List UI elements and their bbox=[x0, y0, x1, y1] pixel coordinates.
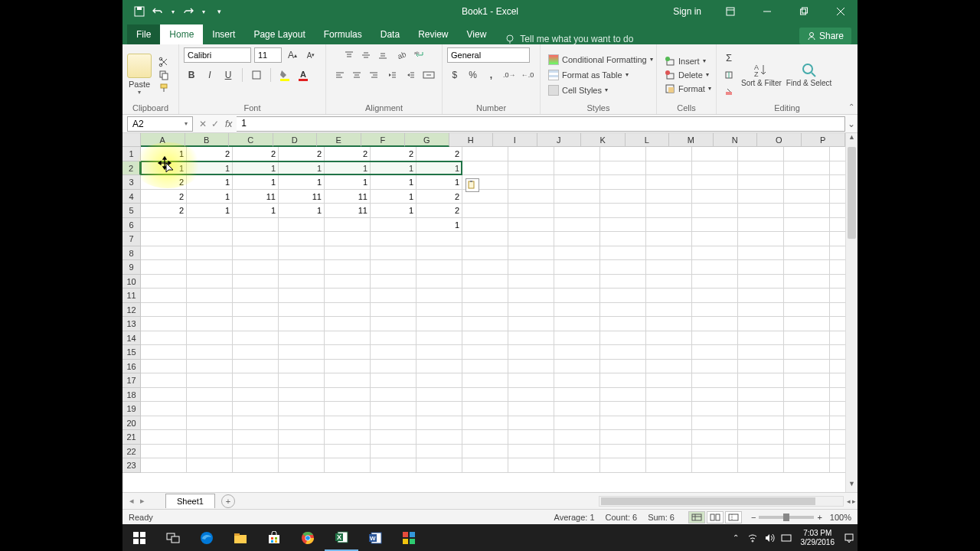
cell[interactable]: 1 bbox=[233, 204, 279, 218]
column-header[interactable]: J bbox=[537, 133, 582, 147]
cell[interactable] bbox=[325, 246, 371, 261]
expand-formula-bar-icon[interactable]: ⌄ bbox=[845, 119, 858, 129]
cell[interactable] bbox=[554, 232, 600, 246]
cell[interactable] bbox=[600, 345, 646, 360]
cell[interactable] bbox=[141, 373, 187, 388]
cell[interactable] bbox=[554, 260, 600, 275]
cell[interactable] bbox=[325, 445, 371, 459]
cell[interactable] bbox=[600, 373, 646, 388]
cell[interactable] bbox=[233, 317, 279, 331]
cell[interactable] bbox=[325, 416, 371, 431]
cell[interactable] bbox=[416, 246, 462, 261]
cell[interactable] bbox=[279, 458, 325, 473]
cell[interactable] bbox=[508, 303, 554, 318]
cell[interactable] bbox=[554, 458, 600, 473]
column-header[interactable]: M bbox=[669, 133, 714, 147]
cell[interactable] bbox=[738, 303, 784, 318]
row-header[interactable]: 15 bbox=[122, 345, 141, 360]
cell[interactable] bbox=[371, 317, 416, 331]
font-name-select[interactable] bbox=[184, 47, 251, 63]
cell[interactable] bbox=[279, 373, 325, 388]
add-sheet-button[interactable]: + bbox=[221, 494, 235, 508]
cell[interactable] bbox=[508, 246, 554, 261]
cell[interactable] bbox=[508, 402, 554, 416]
cut-icon[interactable] bbox=[158, 57, 170, 67]
tray-expand-icon[interactable]: ⌃ bbox=[727, 524, 744, 551]
cell[interactable] bbox=[233, 218, 279, 233]
cell[interactable]: 1 bbox=[233, 175, 279, 190]
redo-icon[interactable] bbox=[182, 5, 194, 18]
cell[interactable] bbox=[462, 331, 508, 346]
cell[interactable] bbox=[554, 445, 600, 459]
cell[interactable] bbox=[279, 388, 325, 403]
cell[interactable] bbox=[416, 275, 462, 289]
cell[interactable] bbox=[600, 218, 646, 233]
merge-center-icon[interactable] bbox=[421, 67, 436, 83]
cell[interactable] bbox=[416, 232, 462, 246]
row-header[interactable]: 16 bbox=[122, 360, 141, 374]
row-header[interactable]: 21 bbox=[122, 430, 141, 445]
cell[interactable] bbox=[371, 430, 416, 445]
cell[interactable] bbox=[600, 161, 646, 176]
cell[interactable] bbox=[187, 275, 233, 289]
cell[interactable] bbox=[462, 416, 508, 431]
app-icon[interactable] bbox=[392, 524, 426, 551]
cell[interactable] bbox=[554, 175, 600, 190]
cell[interactable] bbox=[279, 430, 325, 445]
cell[interactable] bbox=[784, 430, 830, 445]
cell[interactable] bbox=[600, 190, 646, 204]
cell[interactable] bbox=[784, 175, 830, 190]
paste-options-smarttag[interactable] bbox=[466, 178, 479, 192]
tell-me-search[interactable]: Tell me what you want to do bbox=[505, 34, 633, 44]
cell[interactable] bbox=[187, 331, 233, 346]
cell[interactable]: 1 bbox=[371, 175, 416, 190]
input-indicator-icon[interactable] bbox=[778, 524, 795, 551]
format-cells-button[interactable]: Format▾ bbox=[662, 83, 714, 95]
minimize-icon[interactable] bbox=[750, 0, 784, 23]
cell[interactable]: 1 bbox=[416, 161, 462, 176]
cell[interactable] bbox=[646, 218, 692, 233]
cell[interactable] bbox=[325, 331, 371, 346]
autosum-icon[interactable]: Σ bbox=[721, 51, 737, 66]
cell[interactable] bbox=[784, 373, 830, 388]
tab-insert[interactable]: Insert bbox=[203, 24, 244, 44]
cell[interactable] bbox=[554, 360, 600, 374]
increase-indent-icon[interactable] bbox=[403, 67, 418, 83]
cell[interactable] bbox=[233, 402, 279, 416]
cell[interactable] bbox=[371, 445, 416, 459]
cell[interactable] bbox=[462, 260, 508, 275]
cell[interactable] bbox=[416, 303, 462, 318]
cell[interactable] bbox=[646, 190, 692, 204]
cell[interactable] bbox=[462, 345, 508, 360]
zoom-out-button[interactable]: − bbox=[751, 513, 756, 522]
cell[interactable]: 2 bbox=[141, 175, 187, 190]
cell[interactable] bbox=[692, 388, 738, 403]
tab-file[interactable]: File bbox=[127, 24, 160, 44]
cell[interactable] bbox=[600, 430, 646, 445]
column-header[interactable]: H bbox=[449, 133, 494, 147]
tab-nav-next-icon[interactable]: ▸ bbox=[138, 496, 147, 506]
cell[interactable] bbox=[738, 317, 784, 331]
cell[interactable] bbox=[508, 190, 554, 204]
cell[interactable] bbox=[554, 317, 600, 331]
cell[interactable] bbox=[692, 289, 738, 303]
cell[interactable] bbox=[233, 445, 279, 459]
cell[interactable] bbox=[554, 388, 600, 403]
cell[interactable] bbox=[187, 303, 233, 318]
cell[interactable] bbox=[692, 147, 738, 161]
excel-taskbar-icon[interactable]: X bbox=[325, 524, 358, 551]
cell[interactable] bbox=[141, 458, 187, 473]
cell[interactable]: 1 bbox=[187, 175, 233, 190]
cell[interactable] bbox=[646, 458, 692, 473]
cell[interactable] bbox=[141, 218, 187, 233]
undo-icon[interactable] bbox=[152, 5, 164, 18]
chrome-icon[interactable] bbox=[291, 524, 325, 551]
cell[interactable] bbox=[554, 402, 600, 416]
cell[interactable]: 1 bbox=[233, 161, 279, 176]
column-header[interactable]: N bbox=[714, 133, 758, 147]
cell[interactable] bbox=[646, 275, 692, 289]
cell[interactable]: 1 bbox=[371, 161, 416, 176]
cell[interactable] bbox=[692, 317, 738, 331]
name-box[interactable]: A2 ▾ bbox=[127, 116, 193, 132]
cell[interactable] bbox=[508, 175, 554, 190]
